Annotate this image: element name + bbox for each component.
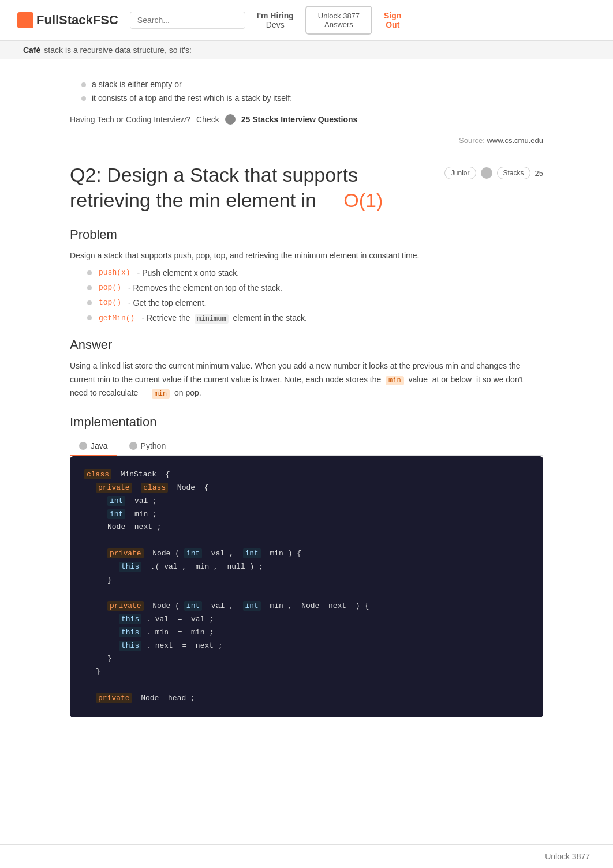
- code-line-18: private Node head ;: [84, 693, 529, 705]
- op-top-code: top(): [99, 298, 121, 307]
- header: FullStackFSC I'm Hiring Devs Unlock 3877…: [0, 0, 613, 41]
- problem-section: Problem Design a stack that supports pus…: [70, 227, 543, 322]
- logo[interactable]: FullStackFSC: [17, 12, 118, 28]
- op-pop-desc: - Removes the element on top of the stac…: [128, 283, 282, 292]
- source-line: Source: www.cs.cmu.edu: [70, 136, 543, 145]
- code-line-8: this .( val , min , null ) ;: [84, 561, 529, 573]
- source-label: Source:: [459, 136, 485, 145]
- unlock-sub: Answers: [324, 20, 353, 29]
- op-getmin: getMin() - Retrieve the minimum element …: [87, 313, 543, 323]
- answer-section: Answer Using a linked list store the cur…: [70, 337, 543, 400]
- q2-tags: Junior Stacks 25: [444, 167, 543, 179]
- hiring-sub: Devs: [266, 20, 285, 29]
- interview-text: Having Tech or Coding Interview?: [70, 115, 190, 124]
- code-line-11: private Node ( int val , int min , Node …: [84, 600, 529, 613]
- info-description: stack is a recursive data structure, so …: [44, 46, 192, 55]
- interview-bar: Having Tech or Coding Interview? Check 2…: [70, 114, 543, 125]
- tab-python-label: Python: [141, 441, 166, 450]
- code-line-15: }: [84, 653, 529, 665]
- unlock-label: Unlock 3877: [318, 12, 360, 20]
- op-push-desc: - Push element x onto stack.: [137, 268, 240, 277]
- op-push-code: push(x): [99, 268, 130, 277]
- tag-icon: [481, 167, 492, 179]
- op-dot-icon: [87, 285, 92, 290]
- op-top-desc: - Get the top element.: [128, 298, 206, 307]
- sign-out-line2: Out: [384, 20, 401, 29]
- bullet-item: a stack is either empty or: [81, 80, 543, 89]
- sign-out-line1: Sign: [384, 11, 401, 20]
- bullet-dot-icon: [81, 96, 86, 101]
- code-line-13: this . min = min ;: [84, 627, 529, 639]
- min-inline-2: min: [152, 389, 170, 399]
- tab-bar: Java Python: [70, 437, 543, 456]
- code-line-10: [84, 587, 529, 599]
- tab-python[interactable]: Python: [120, 437, 175, 456]
- logo-icon: [17, 12, 33, 28]
- op-pop: pop() - Removes the element on top of th…: [87, 283, 543, 292]
- search-container: [130, 12, 245, 29]
- min-highlight: minimum: [195, 314, 228, 324]
- tag-level: Junior: [444, 167, 476, 179]
- code-line-1: class MinStack {: [84, 469, 529, 481]
- search-input[interactable]: [130, 12, 245, 29]
- header-nav: I'm Hiring Devs Unlock 3877 Answers Sign…: [130, 6, 596, 35]
- operations-list: push(x) - Push element x onto stack. pop…: [87, 268, 543, 323]
- code-block: class MinStack { private class Node { in…: [70, 456, 543, 717]
- code-line-6: [84, 535, 529, 547]
- q2-title-line2: retrieving the min element in O(1): [70, 187, 433, 213]
- hiring-button[interactable]: I'm Hiring Devs: [257, 11, 294, 29]
- site-name: Café: [23, 46, 40, 55]
- answer-title: Answer: [70, 337, 543, 352]
- code-line-9: }: [84, 574, 529, 587]
- bullet-text-2: it consists of a top and the rest which …: [92, 93, 292, 103]
- op-dot-icon: [87, 270, 92, 275]
- logo-text: FullStackFSC: [36, 13, 118, 28]
- tag-number: 25: [535, 169, 543, 178]
- tab-java-label: Java: [91, 441, 108, 450]
- interview-link[interactable]: 25 Stacks Interview Questions: [241, 115, 358, 124]
- q2-title: Q2: Design a Stack that supports retriev…: [70, 162, 433, 213]
- footer-unlock-text: Unlock 3877: [545, 852, 590, 861]
- op-getmin-code: getMin(): [99, 314, 134, 322]
- tab-python-dot: [129, 442, 137, 450]
- code-line-4: int min ;: [84, 509, 529, 521]
- op-pop-code: pop(): [99, 283, 121, 292]
- bullet-item: it consists of a top and the rest which …: [81, 93, 543, 103]
- sign-out-button[interactable]: Sign Out: [384, 11, 401, 29]
- unlock-button[interactable]: Unlock 3877 Answers: [305, 6, 372, 35]
- code-line-16: }: [84, 666, 529, 678]
- tab-java-dot: [79, 442, 87, 450]
- main-content: a stack is either empty or it consists o…: [47, 59, 566, 766]
- tab-java[interactable]: Java: [70, 437, 117, 456]
- op-push: push(x) - Push element x onto stack.: [87, 268, 543, 277]
- q2-title-line1: Q2: Design a Stack that supports: [70, 162, 433, 187]
- q2-header: Q2: Design a Stack that supports retriev…: [70, 162, 543, 213]
- implementation-section: Implementation Java Python class MinStac…: [70, 415, 543, 717]
- hiring-label: I'm Hiring: [257, 11, 294, 20]
- bullet-list: a stack is either empty or it consists o…: [81, 80, 543, 103]
- q2-complexity: O(1): [343, 189, 383, 211]
- op-getmin-desc: - Retrieve the minimum element in the st…: [141, 313, 306, 323]
- op-top: top() - Get the top element.: [87, 298, 543, 307]
- op-dot-icon: [87, 300, 92, 305]
- check-icon: [225, 114, 236, 125]
- code-line-5: Node next ;: [84, 521, 529, 533]
- source-url[interactable]: www.cs.cmu.edu: [487, 136, 543, 145]
- q2-title-part2: retrieving the min element in: [70, 189, 316, 211]
- code-line-7: private Node ( int val , int min ) {: [84, 548, 529, 560]
- unlock-footer: Unlock 3877: [0, 844, 613, 868]
- op-dot-icon: [87, 315, 92, 320]
- code-line-14: this . next = next ;: [84, 640, 529, 652]
- info-bar: Café stack is a recursive data structure…: [0, 41, 613, 59]
- code-line-17: [84, 679, 529, 692]
- bullet-text-1: a stack is either empty or: [92, 80, 182, 89]
- code-line-12: this . val = val ;: [84, 614, 529, 626]
- problem-title: Problem: [70, 227, 543, 242]
- tag-topic: Stacks: [497, 167, 530, 179]
- code-line-2: private class Node {: [84, 482, 529, 494]
- answer-text: Using a linked list store the current mi…: [70, 359, 543, 400]
- bullet-dot-icon: [81, 82, 86, 87]
- impl-title: Implementation: [70, 415, 543, 430]
- problem-description: Design a stack that supports push, pop, …: [70, 249, 543, 262]
- min-inline-1: min: [386, 376, 404, 385]
